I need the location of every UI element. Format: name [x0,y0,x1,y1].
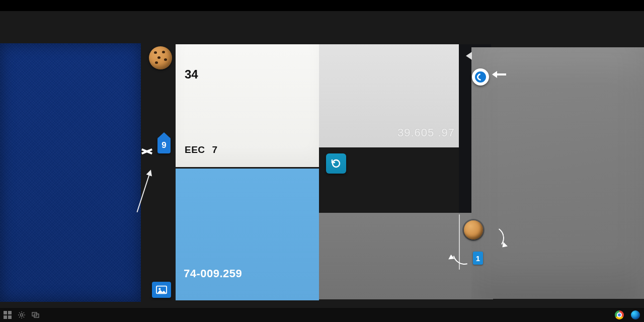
chrome-taskbar-icon[interactable] [614,309,625,320]
settings-icon[interactable] [17,310,26,319]
refresh-badge-icon[interactable] [326,153,346,174]
svg-point-2 [158,288,160,290]
svg-rect-3 [4,311,7,314]
pin-marker[interactable]: 9 [157,137,171,153]
arrow-left-icon [493,73,506,75]
desktop: 34 EEC7 39.605 .97 74-009.259 9 [0,0,644,322]
svg-rect-6 [8,315,12,319]
svg-point-7 [21,314,23,316]
sky-blue-tile-value: 74-009.259 [184,267,242,280]
start-button[interactable] [3,310,12,319]
taskbar [0,308,644,322]
white-tile-code-row: EEC7 [185,144,218,155]
window-top-strip [0,0,644,11]
white-tile[interactable]: 34 EEC7 [176,44,319,167]
code-value: 7 [212,144,218,155]
badge-one-value: 1 [476,254,480,263]
sky-blue-tile[interactable]: 74-009.259 [176,169,319,300]
svg-rect-5 [4,315,7,319]
svg-rect-4 [8,311,12,314]
cookie-icon[interactable] [149,46,172,69]
back-caret-icon[interactable] [466,52,472,60]
code-label: EEC [185,144,205,155]
wooden-ball-icon[interactable] [464,220,483,239]
right-grey-panel[interactable] [471,47,644,299]
pin-marker-value: 9 [162,140,166,150]
scissors-icon[interactable] [141,146,152,154]
pictures-app-icon[interactable] [152,282,171,298]
edge-taskbar-icon[interactable] [630,309,641,320]
svg-point-0 [333,160,340,167]
sync-circle-icon[interactable] [472,68,489,86]
light-grey-tile[interactable]: 39.605 .97 [319,44,464,147]
white-tile-number: 34 [185,67,198,82]
task-view-icon[interactable] [31,310,40,319]
left-navy-tile[interactable] [0,43,141,302]
badge-one[interactable]: 1 [473,252,483,265]
light-grey-tile-value: 39.605 .97 [397,126,455,139]
